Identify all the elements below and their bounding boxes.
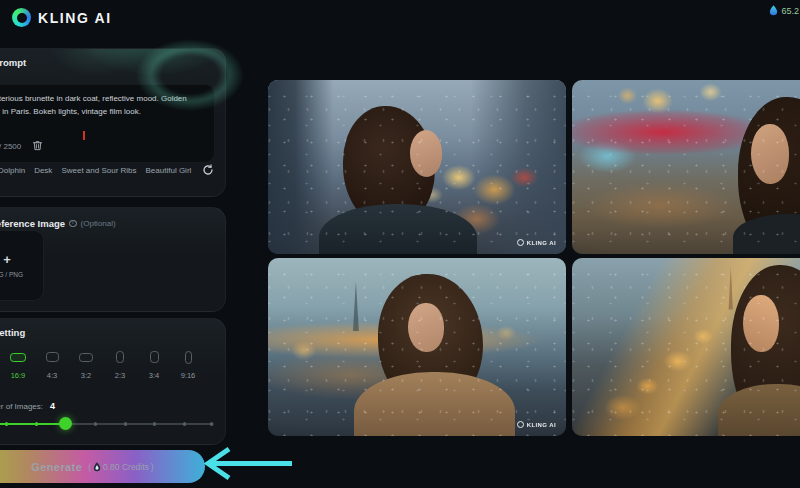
kling-logo[interactable]: KLING AI [12,8,112,27]
text-cursor [83,131,85,140]
aspect-ratio-selector: 16:9 4:3 3:2 2:3 3:4 9:16 [1,349,205,380]
aspect-shape-icon [79,353,93,362]
aspect-label: 9:16 [181,371,196,380]
aspect-label: 3:4 [149,371,159,380]
aspect-shape-box [10,349,26,365]
aspect-shape-box [185,349,192,365]
generated-image-1[interactable]: KLING AI [268,80,566,254]
clear-prompt-trash-icon[interactable] [32,140,43,151]
generated-image-3[interactable]: KLING AI [268,258,566,436]
slider-stop[interactable] [94,422,97,425]
info-icon[interactable] [69,220,77,228]
prompt-panel: Prompt Mysterious brunette in dark coat,… [0,48,226,197]
suggestion-chip[interactable]: Desk [34,166,52,175]
slider-stop[interactable] [124,422,127,425]
generated-image-4[interactable] [572,258,800,436]
watermark-logo-icon [517,421,524,428]
aspect-shape-icon [116,351,124,363]
prompt-textarea[interactable]: Mysterious brunette in dark coat, reflec… [0,84,215,163]
aspect-shape-box [116,349,124,365]
aspect-ratio-16-9[interactable]: 16:9 [1,349,35,380]
plus-icon: + [3,254,11,266]
slider-stop[interactable] [153,422,156,425]
paren-open: ( [88,462,91,472]
aspect-shape-box [46,349,59,365]
annotation-arrow-icon [200,444,305,484]
kling-logo-text: KLING AI [38,10,112,26]
slider-knob[interactable] [59,417,72,430]
topbar: KLING AI 65.2 [0,0,800,36]
generate-credits: ( 0.80 Credits ) [88,462,154,472]
slider-stop[interactable] [210,422,213,425]
image-vignette [572,258,800,436]
settings-panel: Setting 16:9 4:3 3:2 2:3 3:4 [0,318,226,445]
upload-reference-image-button[interactable]: + JPG / PNG [0,230,44,301]
credits-flame-icon [769,5,778,16]
watermark-logo-icon [517,239,524,246]
paren-close: ) [151,462,154,472]
aspect-shape-icon [150,351,159,363]
reference-title-row: Reference Image (Optional) [0,218,116,229]
suggestion-chip[interactable]: Beautiful Girl [146,166,192,175]
aspect-label: 2:3 [115,371,125,380]
generate-flame-icon [93,462,101,472]
char-counter: / 2500 [0,142,21,151]
watermark: KLING AI [517,421,556,428]
watermark: KLING AI [517,239,556,246]
generated-image-2[interactable] [572,80,800,254]
aspect-shape-icon [185,351,192,364]
reference-title: Reference Image [0,218,65,229]
suggestion-chip[interactable]: Dolphin [0,166,25,175]
reference-image-panel: Reference Image (Optional) + JPG / PNG [0,207,226,312]
kling-ai-app: KLING AI 65.2 Prompt Mysterious brunette… [0,0,800,488]
credits-value: 65.2 [781,6,799,16]
image-vignette [572,80,800,254]
aspect-shape-box [150,349,159,365]
optional-label: (Optional) [81,219,116,228]
upload-formats-label: JPG / PNG [0,271,23,278]
kling-logo-icon [12,8,31,27]
credits-cost-text: 0.80 Credits [103,462,149,472]
refresh-suggestions-icon[interactable] [202,164,214,176]
watermark-text: KLING AI [527,422,556,428]
aspect-ratio-3-4[interactable]: 3:4 [137,349,171,380]
aspect-ratio-3-2[interactable]: 3:2 [69,349,103,380]
aspect-ratio-4-3[interactable]: 4:3 [35,349,69,380]
number-of-images-slider[interactable] [0,416,214,431]
watermark-text: KLING AI [527,240,556,246]
slider-stop[interactable] [5,422,8,425]
suggestion-chip[interactable]: Sweet and Sour Ribs [61,166,136,175]
aspect-label: 4:3 [47,371,57,380]
slider-stop[interactable] [35,422,38,425]
aspect-shape-icon [46,352,59,362]
slider-track-active [0,423,65,426]
image-vignette [268,80,566,254]
number-of-images-label: Number of Images: [0,402,43,411]
aspect-ratio-9-16[interactable]: 9:16 [171,349,205,380]
image-vignette [268,258,566,436]
aspect-label: 3:2 [81,371,91,380]
prompt-text: Mysterious brunette in dark coat, reflec… [0,92,208,118]
number-of-images-value: 4 [50,401,55,411]
credits-balance[interactable]: 65.2 [769,5,799,16]
aspect-ratio-2-3[interactable]: 2:3 [103,349,137,380]
aspect-shape-box [79,349,93,365]
aspect-shape-icon [10,353,26,362]
prompt-title: Prompt [0,57,26,68]
generate-label: Generate [31,461,82,473]
generate-button[interactable]: Generate ( 0.80 Credits ) [0,450,205,483]
prompt-suggestions: Dolphin Desk Sweet and Sour Ribs Beautif… [0,166,191,175]
number-of-images-row: Number of Images: 4 [0,401,55,411]
aspect-label: 16:9 [11,371,26,380]
settings-title: Setting [0,327,25,338]
slider-stop[interactable] [183,422,186,425]
